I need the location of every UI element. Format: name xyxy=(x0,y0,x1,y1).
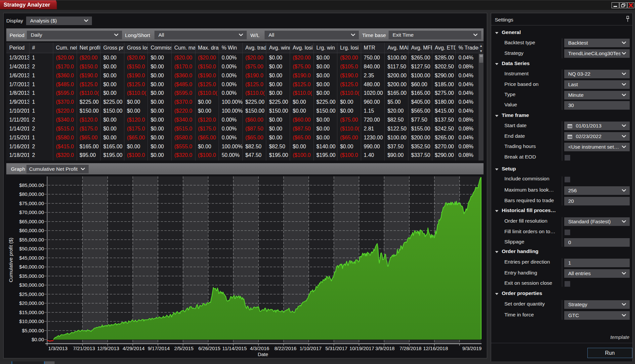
svg-text:12/9/2013: 12/9/2013 xyxy=(97,346,119,351)
svg-text:$15,000.00: $15,000.00 xyxy=(19,309,44,315)
svg-text:$85,000.00: $85,000.00 xyxy=(19,182,44,188)
svg-text:10/19/2017: 10/19/2017 xyxy=(349,346,374,351)
svg-text:$60,000.00: $60,000.00 xyxy=(19,228,44,233)
svg-text:Cumulative profit ($): Cumulative profit ($) xyxy=(8,237,14,282)
svg-text:$40,000.00: $40,000.00 xyxy=(19,264,44,270)
svg-text:12/16/2018: 12/16/2018 xyxy=(423,346,448,351)
svg-text:9/3/2019: 9/3/2019 xyxy=(462,346,482,351)
svg-text:4/3/2016: 4/3/2016 xyxy=(250,346,269,351)
svg-text:$50,000.00: $50,000.00 xyxy=(19,246,44,251)
svg-text:$20,000.00: $20,000.00 xyxy=(19,300,44,306)
svg-text:7/21/2013: 7/21/2013 xyxy=(73,346,95,351)
svg-text:9/17/2014: 9/17/2014 xyxy=(148,346,170,351)
svg-text:$5,000.00: $5,000.00 xyxy=(22,328,44,333)
svg-text:1/10/2017: 1/10/2017 xyxy=(300,346,322,351)
svg-text:4/29/2014: 4/29/2014 xyxy=(123,346,145,351)
svg-text:$35,000.00: $35,000.00 xyxy=(19,273,44,279)
svg-text:1/3/2013: 1/3/2013 xyxy=(48,346,67,351)
svg-text:$30,000.00: $30,000.00 xyxy=(19,282,44,288)
svg-text:7/28/2018: 7/28/2018 xyxy=(400,346,422,351)
svg-text:$65,000.00: $65,000.00 xyxy=(19,219,44,224)
svg-text:$80,000.00: $80,000.00 xyxy=(19,191,44,197)
svg-text:$45,000.00: $45,000.00 xyxy=(19,255,44,261)
svg-text:5/31/2017: 5/31/2017 xyxy=(325,346,348,351)
svg-text:2/5/2015: 2/5/2015 xyxy=(174,346,193,351)
svg-text:11/14/2015: 11/14/2015 xyxy=(222,346,247,351)
svg-text:$75,000.00: $75,000.00 xyxy=(19,200,44,206)
svg-text:$25,000.00: $25,000.00 xyxy=(19,291,44,297)
svg-text:8/22/2016: 8/22/2016 xyxy=(275,346,297,351)
svg-text:Date: Date xyxy=(258,351,268,357)
svg-text:6/26/2015: 6/26/2015 xyxy=(198,346,221,351)
svg-text:$55,000.00: $55,000.00 xyxy=(19,237,44,242)
svg-text:$0.00: $0.00 xyxy=(31,337,44,342)
svg-text:$10,000.00: $10,000.00 xyxy=(19,318,44,324)
svg-text:$70,000.00: $70,000.00 xyxy=(19,209,44,215)
svg-text:3/9/2018: 3/9/2018 xyxy=(375,346,395,351)
